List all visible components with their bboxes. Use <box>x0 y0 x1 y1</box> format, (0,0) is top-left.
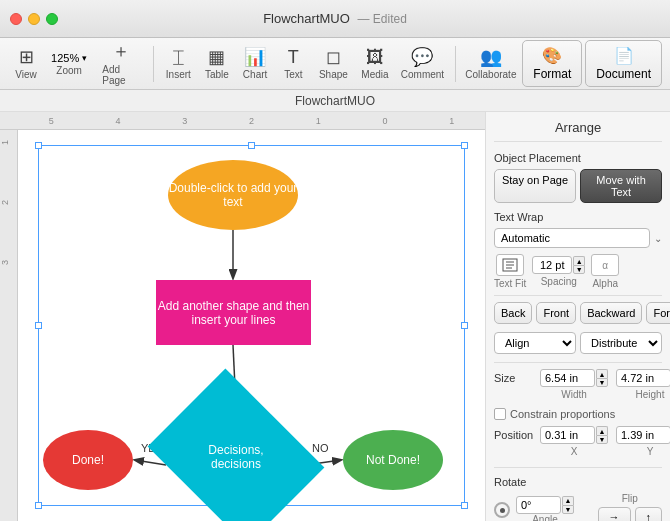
constrain-checkbox[interactable] <box>494 408 506 420</box>
panel-title: Arrange <box>494 120 662 142</box>
toolbar-view[interactable]: ⊞ View <box>8 43 44 85</box>
document-icon: 📄 <box>614 46 634 65</box>
x-stepper[interactable]: ▲ ▼ <box>596 426 608 444</box>
wrap-options-row: Text Fit ▲ ▼ Spacing α Alpha <box>494 254 662 289</box>
spacing-up-btn[interactable]: ▲ <box>573 256 585 265</box>
flip-h-btn[interactable]: → <box>598 507 631 521</box>
ruler-v-mark-2: 2 <box>0 200 17 205</box>
handle-bl[interactable] <box>35 502 42 509</box>
x-down[interactable]: ▼ <box>596 435 608 444</box>
object-placement-group: Stay on Page Move with Text <box>494 169 662 203</box>
toolbar-zoom[interactable]: 125% ▾ Zoom <box>46 48 92 80</box>
position-inputs: ▲ ▼ X ▲ ▼ Y <box>540 426 670 457</box>
spacing-down-btn[interactable]: ▼ <box>573 265 585 274</box>
handle-mr[interactable] <box>461 322 468 329</box>
toolbar-table[interactable]: ▦ Table <box>199 43 235 85</box>
angle-up[interactable]: ▲ <box>562 496 574 505</box>
add-page-icon: ＋ <box>112 41 130 63</box>
angle-input-wrap: ▲ ▼ <box>516 496 574 514</box>
toolbar-chart[interactable]: 📊 Chart <box>237 43 273 85</box>
close-button[interactable] <box>10 13 22 25</box>
format-button[interactable]: 🎨 Format <box>522 40 582 87</box>
distribute-select[interactable]: Distribute <box>580 332 662 354</box>
width-down[interactable]: ▼ <box>596 378 608 387</box>
front-btn[interactable]: Front <box>536 302 576 324</box>
width-input-wrap: ▲ ▼ <box>540 369 608 387</box>
text-fit-icon[interactable] <box>496 254 524 276</box>
canvas-area[interactable]: 5 4 3 2 1 0 1 1 2 3 <box>0 112 485 521</box>
toolbar-comment[interactable]: 💬 Comment <box>396 43 448 85</box>
x-up[interactable]: ▲ <box>596 426 608 435</box>
chart-icon: 📊 <box>244 47 266 69</box>
shape-oval-done[interactable]: Done! <box>43 430 133 490</box>
divider-1 <box>494 295 662 296</box>
shape-diamond-1[interactable]: Decisions,decisions <box>166 402 306 512</box>
text-fit-label: Text Fit <box>494 278 526 289</box>
toolbar-shape[interactable]: ◻ Shape <box>313 43 353 85</box>
height-label: Height <box>636 389 665 400</box>
ruler-mark-5: 5 <box>18 116 85 126</box>
minimize-button[interactable] <box>28 13 40 25</box>
height-input[interactable] <box>616 369 670 387</box>
x-input[interactable] <box>540 426 595 444</box>
table-icon: ▦ <box>208 47 225 69</box>
depth-buttons: Back Front Backward Forward <box>494 302 662 324</box>
spacing-input[interactable] <box>532 256 572 274</box>
stay-on-page-btn[interactable]: Stay on Page <box>494 169 576 203</box>
backward-btn[interactable]: Backward <box>580 302 642 324</box>
separator-1 <box>153 46 154 82</box>
angle-down[interactable]: ▼ <box>562 505 574 514</box>
document-label: Document <box>596 67 651 81</box>
maximize-button[interactable] <box>46 13 58 25</box>
toolbar-text[interactable]: T Text <box>275 43 311 85</box>
table-label: Table <box>205 69 229 80</box>
handle-br[interactable] <box>461 502 468 509</box>
toolbar-insert[interactable]: ⌶ Insert <box>160 43 197 85</box>
width-stepper[interactable]: ▲ ▼ <box>596 369 608 387</box>
toolbar-add-page[interactable]: ＋ Add Page <box>94 37 147 90</box>
toolbar: ⊞ View 125% ▾ Zoom ＋ Add Page ⌶ Insert ▦… <box>0 38 670 90</box>
shape-oval-1[interactable]: Double-click to add your text <box>168 160 298 230</box>
shape-rect-1[interactable]: Add another shape and then insert your l… <box>156 280 311 345</box>
forward-btn[interactable]: Forward <box>646 302 670 324</box>
width-input[interactable] <box>540 369 595 387</box>
size-inputs: ▲ ▼ Width ▲ ▼ Height <box>540 369 670 400</box>
titlebar: FlowchartMUO — Edited <box>0 0 670 38</box>
toolbar-collaborate[interactable]: 👥 Collaborate <box>461 43 520 85</box>
view-icon: ⊞ <box>19 47 34 69</box>
format-icon: 🎨 <box>542 46 562 65</box>
width-group: ▲ ▼ Width <box>540 369 608 400</box>
angle-input[interactable] <box>516 496 561 514</box>
window-controls[interactable] <box>0 13 58 25</box>
x-input-wrap: ▲ ▼ <box>540 426 608 444</box>
spacing-stepper[interactable]: ▲ ▼ <box>573 256 585 274</box>
width-up[interactable]: ▲ <box>596 369 608 378</box>
wrap-select-arrow: ⌄ <box>654 233 662 244</box>
handle-tc[interactable] <box>248 142 255 149</box>
text-fit-group: Text Fit <box>494 254 526 289</box>
wrap-select[interactable]: Automatic <box>494 228 650 248</box>
ruler-v-mark-1: 1 <box>0 140 17 145</box>
flip-v-btn[interactable]: ↑ <box>635 507 663 521</box>
shape-oval-notdone[interactable]: Not Done! <box>343 430 443 490</box>
y-input[interactable] <box>616 426 670 444</box>
angle-label: Angle <box>532 514 558 522</box>
rotate-label: Rotate <box>494 476 662 488</box>
alpha-group: α Alpha <box>591 254 619 289</box>
back-btn[interactable]: Back <box>494 302 532 324</box>
align-select[interactable]: Align <box>494 332 576 354</box>
document-button[interactable]: 📄 Document <box>585 40 662 87</box>
move-with-text-btn[interactable]: Move with Text <box>580 169 662 203</box>
format-doc-group: 🎨 Format 📄 Document <box>522 40 662 87</box>
separator-2 <box>455 46 456 82</box>
title-text: FlowchartMUO <box>263 11 350 26</box>
angle-stepper[interactable]: ▲ ▼ <box>562 496 574 514</box>
text-label: Text <box>284 69 302 80</box>
canvas-content[interactable]: YES NO Double-click to add your text Add… <box>18 130 485 521</box>
handle-ml[interactable] <box>35 322 42 329</box>
handle-tr[interactable] <box>461 142 468 149</box>
rotate-handle[interactable] <box>494 502 510 518</box>
y-group: ▲ ▼ Y <box>616 426 670 457</box>
handle-tl[interactable] <box>35 142 42 149</box>
toolbar-media[interactable]: 🖼 Media <box>356 43 395 85</box>
